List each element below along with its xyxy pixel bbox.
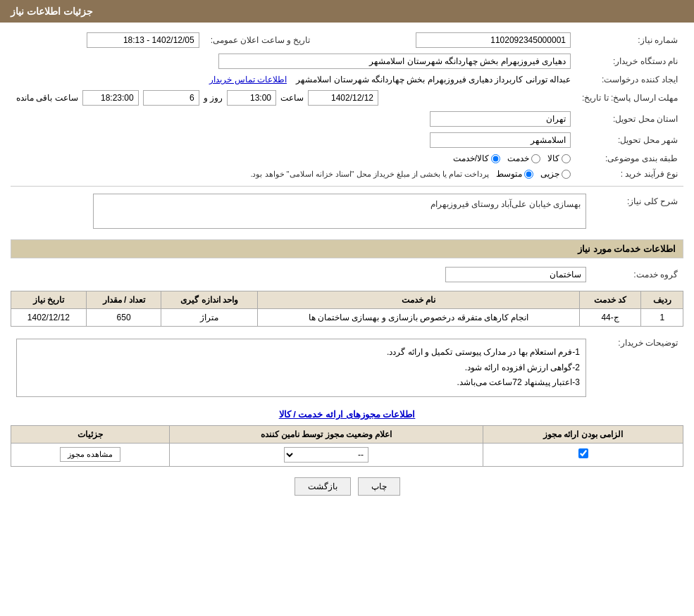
button-row: چاپ بازگشت bbox=[11, 477, 683, 496]
cell-vahed: متراژ bbox=[161, 309, 258, 327]
cell-tedad: 650 bbox=[86, 309, 161, 327]
toseeh-line3: 3-اعتبار پیشنهاد 72ساعت می‌باشد. bbox=[23, 375, 580, 391]
elzami-checkbox[interactable] bbox=[578, 448, 588, 458]
radio-khedmat[interactable] bbox=[531, 154, 540, 163]
perm-eelam-cell: -- bbox=[170, 443, 483, 466]
radio-jozei[interactable] bbox=[562, 170, 571, 179]
radio-jozei-label: جزیی bbox=[540, 169, 559, 179]
radio-jozei-item: جزیی bbox=[540, 169, 571, 179]
radio-kala[interactable] bbox=[562, 154, 571, 163]
mohlat-baqi-label: ساعت باقی مانده bbox=[16, 93, 78, 103]
services-section-title: اطلاعات خدمات مورد نیاز bbox=[11, 239, 683, 258]
ijad-konande-label: ایجاد کننده درخواست: bbox=[576, 72, 683, 87]
perm-col-eelam: اعلام وضعیت مجوز توسط نامین کننده bbox=[170, 425, 483, 443]
radio-kala-khedmat[interactable] bbox=[491, 154, 500, 163]
services-table: ردیف کد خدمت نام خدمت واحد اندازه گیری ت… bbox=[11, 291, 683, 327]
perm-col-elzami: الزامی بودن ارائه مجوز bbox=[483, 425, 683, 443]
cell-radif: 1 bbox=[641, 309, 683, 327]
cell-tarikh: 1402/12/12 bbox=[11, 309, 87, 327]
btn-bazgasht[interactable]: بازگشت bbox=[295, 477, 351, 496]
sharh-value: بهسازی خیابان علی‌آباد روستای فیروزبهرام bbox=[430, 199, 581, 209]
sharh-table: شرح کلی نیاز: بهسازی خیابان علی‌آباد روس… bbox=[11, 191, 683, 234]
col-nam: نام خدمت bbox=[258, 291, 580, 309]
shomara-niaz-input[interactable] bbox=[416, 32, 571, 48]
page-title: جزئیات اطلاعات نیاز bbox=[11, 6, 93, 17]
perm-joziat-cell: مشاهده مجوز bbox=[11, 443, 170, 466]
radio-kala-khedmat-item: کالا/خدمت bbox=[453, 153, 500, 163]
tabaqe-label: طبقه بندی موضوعی: bbox=[576, 151, 683, 166]
col-vahed: واحد اندازه گیری bbox=[161, 291, 258, 309]
col-tarikh: تاریخ نیاز bbox=[11, 291, 87, 309]
toseeh-box: 1-فرم استعلام بها در مدارک پیوستی تکمیل … bbox=[16, 339, 586, 397]
grohe-khedmat-input[interactable] bbox=[445, 267, 586, 282]
toseeh-label: توضیحات خریدار: bbox=[592, 332, 683, 403]
page-header: جزئیات اطلاعات نیاز bbox=[0, 0, 694, 23]
ostan-label: استان محل تحویل: bbox=[576, 108, 683, 130]
permissions-table: الزامی بودن ارائه مجوز اعلام وضعیت مجوز … bbox=[11, 425, 683, 467]
mohlat-saat2-input[interactable] bbox=[82, 90, 139, 106]
btn-chap[interactable]: چاپ bbox=[358, 477, 400, 496]
toseeh-line2: 2-گواهی ارزش افزوده ارائه شود. bbox=[23, 360, 580, 376]
radio-motavasset[interactable] bbox=[524, 170, 533, 179]
col-tedad: تعداد / مقدار bbox=[86, 291, 161, 309]
radio-motavasset-item: متوسط bbox=[496, 169, 533, 179]
toseeh-line1: 1-فرم استعلام بها در مدارک پیوستی تکمیل … bbox=[23, 345, 580, 360]
radio-kala-khedmat-label: کالا/خدمت bbox=[453, 153, 489, 163]
nam-dastgah-input[interactable] bbox=[218, 54, 571, 69]
mohlat-date-input[interactable] bbox=[308, 90, 378, 106]
col-kod: کد خدمت bbox=[579, 291, 641, 309]
shomara-niaz-label: شماره نیاز: bbox=[576, 30, 683, 51]
ostan-input[interactable] bbox=[430, 111, 571, 127]
ettelaat-tamas-link[interactable]: اطلاعات تماس خریدار bbox=[209, 75, 287, 84]
perm-col-joziat: جزئیات bbox=[11, 425, 170, 443]
ijad-konande-value: عبداله تورانی کاربرداز دهیاری فیروزبهرام… bbox=[296, 75, 571, 84]
mohlat-roz-label: روز و bbox=[204, 93, 223, 103]
grohe-table: گروه خدمت: bbox=[11, 264, 683, 285]
mojozha-link[interactable]: اطلاعات مجوزهای ارائه خدمت / کالا bbox=[11, 409, 683, 420]
mohlat-roz-input[interactable] bbox=[143, 90, 199, 106]
mohlat-saat-input[interactable] bbox=[227, 90, 276, 106]
nam-dastgah-label: نام دستگاه خریدار: bbox=[576, 51, 683, 72]
toseeh-table: توضیحات خریدار: 1-فرم استعلام بها در مدا… bbox=[11, 332, 683, 403]
mohlat-saat-label: ساعت bbox=[280, 93, 304, 103]
radio-khedmat-label: خدمت bbox=[507, 153, 529, 163]
tarikh-input[interactable] bbox=[87, 32, 199, 48]
divider-1 bbox=[11, 186, 683, 187]
joziat-button[interactable]: مشاهده مجوز bbox=[60, 447, 120, 462]
sharh-label: شرح کلی نیاز: bbox=[592, 191, 683, 234]
tarikh-label: تاریخ و ساعت اعلان عمومی: bbox=[205, 30, 316, 51]
list-item: -- مشاهده مجوز bbox=[11, 443, 683, 466]
page-wrapper: جزئیات اطلاعات نیاز شماره نیاز: تاریخ و … bbox=[0, 0, 694, 616]
top-info-table: شماره نیاز: تاریخ و ساعت اعلان عمومی: نا… bbox=[11, 30, 683, 182]
eelam-select[interactable]: -- bbox=[284, 447, 368, 463]
radio-kala-item: کالا bbox=[547, 153, 571, 163]
radio-motavasset-label: متوسط bbox=[496, 169, 522, 179]
noee-text: پرداخت تمام یا بخشی از مبلغ خریداز محل "… bbox=[250, 170, 489, 179]
shahr-label: شهر محل تحویل: bbox=[576, 130, 683, 151]
table-row: 1 ج-44 انجام کارهای متفرقه درخصوص بازساز… bbox=[11, 309, 683, 327]
cell-nam: انجام کارهای متفرقه درخصوص بازسازی و بهس… bbox=[258, 309, 580, 327]
radio-kala-label: کالا bbox=[547, 153, 559, 163]
cell-kod: ج-44 bbox=[579, 309, 641, 327]
radio-khedmat-item: خدمت bbox=[507, 153, 540, 163]
main-content: شماره نیاز: تاریخ و ساعت اعلان عمومی: نا… bbox=[0, 23, 694, 513]
mohlat-label: مهلت ارسال پاسخ: تا تاریخ: bbox=[576, 87, 683, 108]
col-radif: ردیف bbox=[641, 291, 683, 309]
grohe-khedmat-label: گروه خدمت: bbox=[592, 264, 683, 285]
noee-farayand-label: نوع فرآیند خرید : bbox=[576, 166, 683, 182]
shahr-input[interactable] bbox=[430, 132, 571, 148]
perm-elzami-cell bbox=[483, 443, 683, 466]
